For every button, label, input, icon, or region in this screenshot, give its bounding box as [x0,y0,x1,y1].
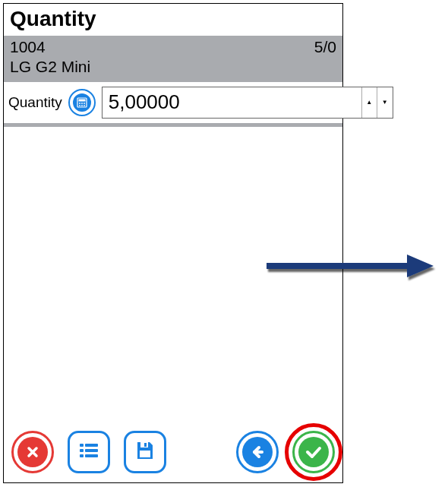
svg-rect-1 [78,99,85,101]
svg-rect-13 [85,454,98,457]
item-ratio: 5/0 [314,37,336,57]
svg-point-7 [84,105,85,106]
page-title: Quantity [10,7,336,31]
svg-rect-8 [80,444,84,447]
confirm-icon [298,437,329,467]
svg-point-5 [79,105,80,106]
cancel-icon [17,437,48,467]
svg-marker-18 [407,255,434,277]
footer-toolbar [4,425,342,482]
svg-rect-11 [85,449,98,452]
cancel-button[interactable] [11,431,54,473]
quantity-label: Quantity [8,94,62,111]
quantity-input[interactable] [103,87,361,118]
svg-point-3 [81,103,83,104]
item-name: LG G2 Mini [10,57,336,77]
svg-rect-10 [80,449,84,452]
back-icon [242,437,273,467]
quantity-stepper: ▲ ▼ [102,87,393,119]
list-button[interactable] [68,431,110,473]
confirm-wrap [292,431,335,473]
save-button[interactable] [124,431,166,473]
save-icon [134,439,156,465]
annotation-arrow [263,247,437,285]
stepper-down[interactable]: ▼ [377,87,393,118]
item-code: 1004 [10,37,46,57]
back-button[interactable] [236,431,279,473]
list-icon [77,438,101,466]
confirm-button[interactable] [292,431,335,473]
calculator-button[interactable] [68,89,96,116]
calculator-icon [73,93,91,112]
svg-rect-12 [80,454,84,457]
svg-point-2 [79,103,80,104]
stepper-up[interactable]: ▲ [362,87,377,118]
svg-point-4 [84,103,85,104]
svg-point-6 [81,105,83,106]
svg-rect-9 [85,444,98,447]
item-info: 1004 5/0 LG G2 Mini [4,36,342,82]
quantity-panel: Quantity 1004 5/0 LG G2 Mini Quantity [3,3,343,483]
quantity-form-row: Quantity ▲ ▼ [4,82,342,127]
svg-rect-15 [144,443,147,447]
svg-rect-16 [140,451,150,457]
title-row: Quantity [4,4,342,36]
